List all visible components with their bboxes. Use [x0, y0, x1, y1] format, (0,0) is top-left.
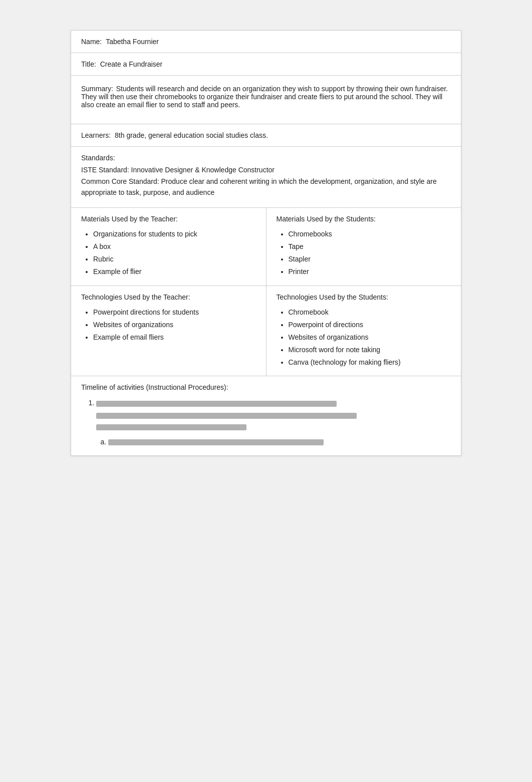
- timeline-section: Timeline of activities (Instructional Pr…: [71, 376, 461, 455]
- list-item: Powerpoint of directions: [289, 319, 451, 331]
- list-item: Tape: [289, 240, 451, 253]
- technologies-section: Technologies Used by the Teacher: Powerp…: [71, 286, 461, 377]
- materials-section: Materials Used by the Teacher: Organizat…: [71, 208, 461, 286]
- iste-standard: ISTE Standard: Innovative Designer & Kno…: [81, 166, 451, 174]
- list-item: Chromebook: [289, 306, 451, 319]
- name-value: Tabetha Fournier: [106, 38, 159, 46]
- learners-section: Learners: 8th grade, general education s…: [71, 124, 461, 147]
- tech-teacher-list: Powerpoint directions for students Websi…: [81, 306, 256, 344]
- name-section: Name: Tabetha Fournier: [71, 31, 461, 53]
- materials-teacher-col: Materials Used by the Teacher: Organizat…: [71, 208, 267, 286]
- list-item: Stapler: [289, 253, 451, 266]
- list-item: Example of email fliers: [93, 331, 256, 344]
- title-label: Title:: [81, 60, 96, 68]
- tech-students-header: Technologies Used by the Students:: [277, 293, 451, 301]
- standards-section: Standards: ISTE Standard: Innovative Des…: [71, 147, 461, 208]
- page: Name: Tabetha Fournier Title: Create a F…: [71, 30, 461, 456]
- summary-text: Students will research and decide on an …: [81, 85, 448, 109]
- list-item: Websites of organizations: [289, 331, 451, 344]
- timeline-item-1: [96, 397, 451, 448]
- timeline-sub-item: [108, 436, 451, 448]
- learners-value: 8th grade, general education social stud…: [115, 131, 268, 139]
- materials-students-col: Materials Used by the Students: Chromebo…: [267, 208, 461, 286]
- list-item: Rubric: [93, 253, 256, 266]
- timeline-list: [81, 397, 451, 448]
- summary-label: Summary:: [81, 85, 113, 93]
- list-item: Organizations for students to pick: [93, 228, 256, 240]
- list-item: Microsoft word for note taking: [289, 344, 451, 356]
- materials-students-header: Materials Used by the Students:: [277, 215, 451, 223]
- list-item: Websites of organizations: [93, 319, 256, 331]
- list-item: Powerpoint directions for students: [93, 306, 256, 319]
- title-value: Create a Fundraiser: [100, 60, 163, 68]
- standards-label: Standards:: [81, 154, 451, 162]
- common-core-standard: Common Core Standard: Produce clear and …: [81, 176, 451, 198]
- timeline-header: Timeline of activities (Instructional Pr…: [81, 383, 451, 391]
- name-label: Name:: [81, 38, 102, 46]
- list-item: A box: [93, 240, 256, 253]
- tech-students-col: Technologies Used by the Students: Chrom…: [267, 286, 461, 376]
- materials-teacher-list: Organizations for students to pick A box…: [81, 228, 256, 279]
- list-item: Printer: [289, 266, 451, 278]
- title-section: Title: Create a Fundraiser: [71, 53, 461, 76]
- list-item: Canva (technology for making fliers): [289, 356, 451, 369]
- materials-students-list: Chromebooks Tape Stapler Printer: [277, 228, 451, 279]
- tech-students-list: Chromebook Powerpoint of directions Webs…: [277, 306, 451, 369]
- tech-teacher-col: Technologies Used by the Teacher: Powerp…: [71, 286, 267, 376]
- tech-teacher-header: Technologies Used by the Teacher:: [81, 293, 256, 301]
- list-item: Chromebooks: [289, 228, 451, 240]
- learners-label: Learners:: [81, 131, 111, 139]
- materials-teacher-header: Materials Used by the Teacher:: [81, 215, 256, 223]
- list-item: Example of flier: [93, 266, 256, 278]
- summary-section: Summary: Students will research and deci…: [71, 76, 461, 124]
